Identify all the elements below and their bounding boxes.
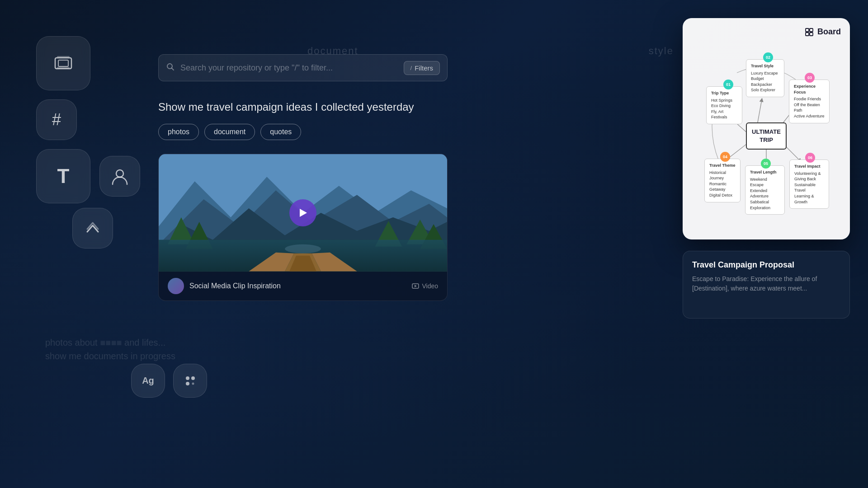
badge-04: 04 [720,152,730,162]
svg-point-4 [116,170,123,177]
svg-rect-27 [806,28,809,32]
video-thumbnail [159,154,447,272]
badge-06: 06 [805,153,815,163]
svg-rect-1 [57,56,70,58]
bottom-icons-group: Ag [131,364,207,398]
floating-icons-group: # T [36,36,140,249]
tag-chip-document[interactable]: document [204,124,255,140]
svg-line-32 [757,100,762,125]
hashtag-icon-bubble[interactable]: # [36,99,77,140]
badge-02: 02 [763,52,773,62]
search-icon [166,62,175,74]
query-text: Show me travel campaign ideas I collecte… [158,99,448,115]
badge-05: 05 [761,159,771,169]
video-type: Video [422,282,438,290]
board-header: Board [692,27,841,37]
search-input[interactable] [180,63,398,73]
icons-row-3 [72,208,140,249]
text-icon-bubble[interactable]: T [36,149,90,203]
dots-icon-bubble[interactable] [173,364,207,398]
board-title: Board [805,27,841,37]
layers-icon-bubble[interactable] [36,36,90,90]
tag-chip-photos[interactable]: photos [158,124,199,140]
svg-point-7 [186,382,189,385]
video-card: Social Media Clip Inspiration Video [158,154,448,301]
board-panel: Board [683,18,850,239]
filter-button[interactable]: / Filters [404,61,440,75]
svg-line-34 [728,143,748,159]
font-icon-bubble[interactable]: Ag [131,364,165,398]
play-button[interactable] [289,199,316,226]
svg-rect-3 [58,60,68,66]
flow-node-center: ULTIMATE TRIP [746,122,787,150]
svg-point-5 [186,376,189,380]
video-info: Social Media Clip Inspiration Video [159,272,447,300]
svg-point-8 [192,382,194,385]
svg-point-6 [191,376,195,380]
proposal-title: Travel Campaign Proposal [692,260,840,270]
svg-rect-29 [806,33,809,36]
proposal-panel: Travel Campaign Proposal Escape to Parad… [683,251,850,319]
badge-03: 03 [805,73,815,83]
video-badge: Video [412,282,438,290]
proposal-text: Escape to Paradise: Experience the allur… [692,274,840,293]
svg-point-25 [285,244,321,253]
tag-chip-quotes[interactable]: quotes [260,124,301,140]
icons-row-1: # [36,99,140,140]
filter-slash: / [410,65,412,71]
svg-rect-28 [810,28,813,32]
video-meta: Social Media Clip Inspiration [168,278,281,294]
tag-chips: photos document quotes [158,124,448,140]
icons-row-2: T [36,149,140,203]
badge-01: 01 [723,80,733,89]
bg-style-text: style [649,45,674,57]
board-title-text: Board [817,27,841,37]
video-title: Social Media Clip Inspiration [189,282,281,290]
search-bar[interactable]: / Filters [158,54,448,81]
video-avatar [168,278,184,294]
main-content: / Filters Show me travel campaign ideas … [158,54,448,301]
chevron-icon-bubble[interactable] [72,208,113,249]
filter-label: Filters [415,64,433,72]
svg-rect-30 [810,33,813,36]
person-icon-bubble[interactable] [99,156,140,197]
flowchart: ULTIMATE TRIP 01 Trip Type Hot Springs E… [692,43,841,220]
svg-rect-2 [57,67,70,69]
